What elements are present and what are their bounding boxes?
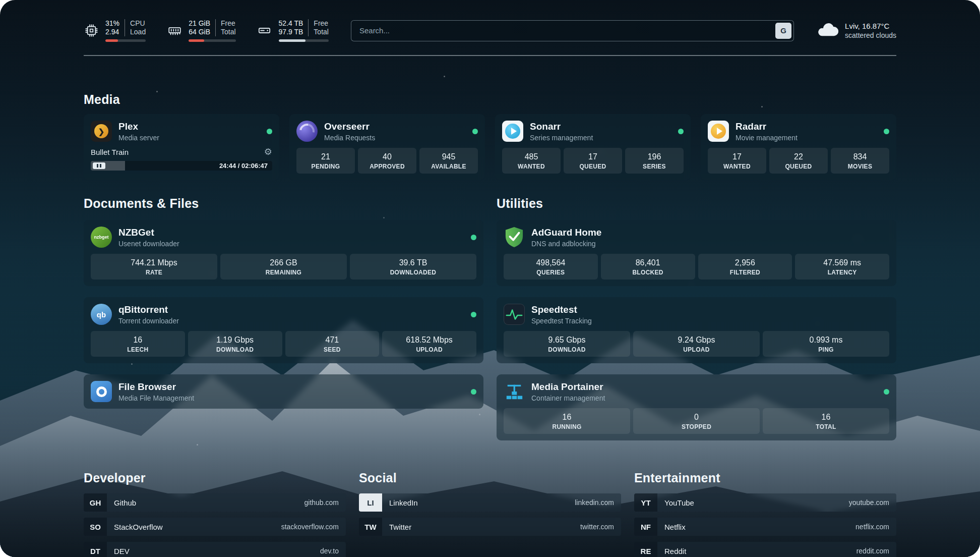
overseerr-icon xyxy=(296,121,318,142)
section-title-social: Social xyxy=(359,471,621,485)
now-playing-title: Bullet Train xyxy=(91,148,129,156)
status-dot xyxy=(471,312,476,317)
stat-stopped: 0 STOPPED xyxy=(633,408,760,434)
service-name: AdGuard Home xyxy=(531,227,601,238)
bookmark-stackoverflow[interactable]: SO StackOverflow stackoverflow.com xyxy=(84,518,346,536)
stat-wanted: 485 WANTED xyxy=(502,148,561,174)
pause-icon[interactable] xyxy=(93,162,105,169)
service-name: Sonarr xyxy=(530,121,593,132)
cloud-icon xyxy=(816,22,838,39)
github-icon: GH xyxy=(84,493,107,512)
bookmark-dev[interactable]: DT DEV dev.to xyxy=(84,542,346,557)
section-title-developer: Developer xyxy=(84,471,346,485)
disk-free-label: Free xyxy=(314,19,329,28)
weather-condition: scattered clouds xyxy=(845,31,896,39)
snow-specks xyxy=(0,0,2,2)
topbar: 31% 2.94 CPU Load xyxy=(84,0,896,42)
stat-upload: 618.52 Mbps UPLOAD xyxy=(382,331,476,357)
stat-ping: 0.993 ms PING xyxy=(763,331,889,357)
sonarr-icon xyxy=(502,121,523,142)
service-card-speedtest[interactable]: Speedtest Speedtest Tracking 9.65 Gbps D… xyxy=(497,297,896,363)
service-card-sonarr[interactable]: Sonarr Series management 485 WANTED 17 Q… xyxy=(495,114,691,180)
service-name: Overseerr xyxy=(324,121,375,132)
bookmark-github[interactable]: GH Github github.com xyxy=(84,493,346,512)
service-name: qBittorrent xyxy=(118,304,179,315)
stat-downloaded: 39.6 TB DOWNLOADED xyxy=(350,254,476,280)
playback-progress-bar[interactable]: 24:44 / 02:06:47 xyxy=(91,161,272,171)
documents-column: Documents & Files nzbget NZBGet Usenet d… xyxy=(84,196,483,440)
netflix-icon: NF xyxy=(634,518,657,536)
stat-total: 16 TOTAL xyxy=(763,408,889,434)
bookmark-group-developer: Developer GH Github github.com SO StackO… xyxy=(84,471,346,557)
disk-total-label: Total xyxy=(314,28,329,36)
service-name: Radarr xyxy=(736,121,798,132)
stat-wanted: 17 WANTED xyxy=(708,148,766,174)
stat-running: 16 RUNNING xyxy=(504,408,630,434)
service-card-nzbget[interactable]: nzbget NZBGet Usenet downloader 744.21 M… xyxy=(84,220,483,286)
section-title-utilities: Utilities xyxy=(497,196,896,211)
ram-icon xyxy=(167,23,182,38)
stat-movies: 834 MOVIES xyxy=(831,148,889,174)
bookmark-reddit[interactable]: RE Reddit reddit.com xyxy=(634,542,896,557)
ram-total-label: Total xyxy=(221,28,236,36)
stat-approved: 40 APPROVED xyxy=(358,148,416,174)
service-subtitle: DNS and adblocking xyxy=(531,240,601,248)
stat-queries: 498,564 QUERIES xyxy=(504,254,598,280)
service-card-plex[interactable]: ❯ Plex Media server Bullet Train ⚙ xyxy=(84,114,279,180)
cpu-load-value: 2.94 xyxy=(105,28,119,36)
stat-blocked: 86,401 BLOCKED xyxy=(601,254,695,280)
service-card-overseerr[interactable]: Overseerr Media Requests 21 PENDING 40 A… xyxy=(289,114,485,180)
weather-location-temp: Lviv, 16.87°C xyxy=(845,22,896,30)
cpu-load-label: Load xyxy=(130,28,146,36)
disk-free-value: 52.4 TB xyxy=(279,19,303,28)
status-dot xyxy=(884,389,889,395)
speedtest-icon xyxy=(504,304,525,325)
cpu-usage-value: 31% xyxy=(105,19,119,28)
weather-widget[interactable]: Lviv, 16.87°C scattered clouds xyxy=(816,22,896,39)
bookmark-youtube[interactable]: YT YouTube youtube.com xyxy=(634,493,896,512)
ram-free-value: 21 GiB xyxy=(189,19,210,28)
bookmark-group-entertainment: Entertainment YT YouTube youtube.com NF … xyxy=(634,471,896,557)
service-card-adguard[interactable]: AdGuard Home DNS and adblocking 498,564 … xyxy=(497,220,896,286)
service-card-radarr[interactable]: Radarr Movie management 17 WANTED 22 QUE… xyxy=(701,114,896,180)
dev-icon: DT xyxy=(84,542,107,557)
gear-icon[interactable]: ⚙ xyxy=(264,147,272,156)
stat-upload: 9.24 Gbps UPLOAD xyxy=(633,331,760,357)
bookmark-netflix[interactable]: NF Netflix netflix.com xyxy=(634,518,896,536)
stat-queued: 17 QUEUED xyxy=(564,148,622,174)
service-card-qbittorrent[interactable]: qb qBittorrent Torrent downloader 16 LEE… xyxy=(84,297,483,363)
service-subtitle: Media File Management xyxy=(118,394,194,402)
stackoverflow-icon: SO xyxy=(84,518,107,536)
status-dot xyxy=(472,129,478,134)
service-name: Speedtest xyxy=(531,304,592,315)
service-card-filebrowser[interactable]: File Browser Media File Management xyxy=(84,374,483,409)
youtube-icon: YT xyxy=(634,493,657,512)
service-subtitle: Torrent downloader xyxy=(118,317,179,325)
reddit-icon: RE xyxy=(634,542,657,557)
bookmark-linkedin[interactable]: LI LinkedIn linkedin.com xyxy=(359,493,621,512)
metric-ram: 21 GiB 64 GiB Free Total xyxy=(167,19,235,42)
search-engine-button[interactable]: G xyxy=(775,23,791,39)
section-title-documents: Documents & Files xyxy=(84,196,483,211)
disk-icon xyxy=(257,23,272,38)
search-bar: G xyxy=(351,20,794,41)
search-input[interactable] xyxy=(351,20,794,41)
stat-series: 196 SERIES xyxy=(625,148,684,174)
bookmark-twitter[interactable]: TW Twitter twitter.com xyxy=(359,518,621,536)
nzbget-icon: nzbget xyxy=(91,227,112,248)
linkedin-icon: LI xyxy=(359,493,382,512)
portainer-icon xyxy=(504,381,525,402)
status-dot xyxy=(267,129,272,134)
ram-total-value: 64 GiB xyxy=(189,28,210,36)
plex-icon: ❯ xyxy=(91,121,112,142)
playback-time: 24:44 / 02:06:47 xyxy=(219,162,272,170)
section-media: Media ❯ Plex Media server Bullet Train xyxy=(84,92,896,180)
status-dot xyxy=(884,129,889,134)
stat-latency: 47.569 ms LATENCY xyxy=(795,254,889,280)
system-metrics: 31% 2.94 CPU Load xyxy=(84,19,329,42)
topbar-divider xyxy=(84,55,896,56)
service-card-portainer[interactable]: Media Portainer Container management 16 … xyxy=(497,374,896,440)
service-name: Media Portainer xyxy=(531,381,605,393)
adguard-icon xyxy=(504,227,525,248)
cpu-icon xyxy=(84,23,99,38)
